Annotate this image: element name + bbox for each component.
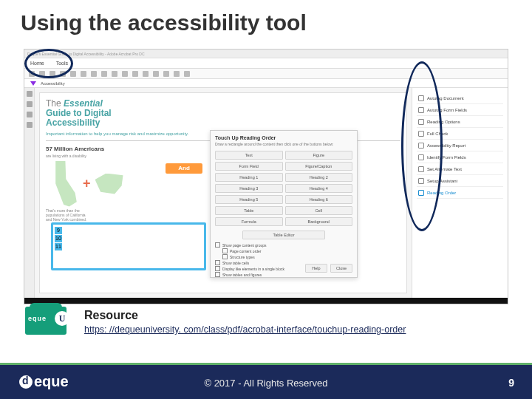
windows-taskbar [24,298,508,304]
page-number: 9 [508,377,514,389]
tool-full-check[interactable]: Full Check [417,128,503,140]
gear-icon [418,178,424,184]
california-shape [46,161,78,207]
toolbar [24,69,508,79]
tag-icon [418,95,424,101]
touchup-reading-order-dialog: Touch Up Reading Order Draw a rectangle … [210,130,358,278]
map-caption: That's more than the populations of Cali… [46,208,90,222]
tool-accessibility-report[interactable]: Accessibility Report [417,140,503,151]
btn-figcap[interactable]: Figure/Caption [285,162,353,171]
tool-identify-form[interactable]: Identify Form Fields [417,151,503,163]
dialog-subtitle: Draw a rectangle around the content then… [215,142,352,146]
acrobat-screenshot: Deque's Essential Guide to Digital Acces… [24,49,508,304]
btn-h1[interactable]: Heading 1 [215,173,283,182]
tool-autotag-form[interactable]: Autotag Form Fields [417,104,503,116]
menu-home[interactable]: Home [24,61,50,66]
reading-order-numbers: 9 10 11 [55,226,64,250]
btn-table-editor[interactable]: Table Editor [242,231,325,239]
btn-text[interactable]: Text [215,151,283,160]
deque-university-badge: eque [25,307,71,339]
check-icon [418,131,424,137]
chk-tables-figures[interactable]: Show tables and figures [215,272,352,277]
btn-formula[interactable]: Formula [215,217,283,226]
tool-alt-text[interactable]: Set Alternate Text [417,163,503,175]
btn-h6[interactable]: Heading 6 [285,195,353,204]
book-icon [418,119,424,125]
btn-cell[interactable]: Cell [285,206,353,215]
slide-title: Using the accessibility tool [21,10,532,35]
identify-icon [418,154,424,160]
highlight-box [51,222,206,270]
alt-icon [418,166,424,172]
btn-h3[interactable]: Heading 3 [215,184,283,193]
document-view: The Essential Guide to Digital Accessibi… [39,92,407,293]
tool-setup-assistant[interactable]: Setup Assistant [417,175,503,187]
tool-autotag-document[interactable]: Autotag Document [417,92,503,104]
copyright-text: © 2017 - All Rights Reserved [0,378,532,389]
collapse-icon[interactable] [30,81,36,86]
menubar: Home Tools [24,58,508,69]
doc-heading: The Essential Guide to Digital Accessibi… [46,99,400,129]
btn-background[interactable]: Background [285,217,353,226]
resource-heading: Resource [84,309,517,322]
btn-h4[interactable]: Heading 4 [285,184,353,193]
btn-form[interactable]: Form Field [215,162,283,171]
btn-close[interactable]: Close [330,264,352,273]
btn-figure[interactable]: Figure [285,151,353,160]
radio-content-order[interactable]: Page content order [222,248,352,253]
btn-help[interactable]: Help [305,264,327,273]
menu-tools[interactable]: Tools [50,61,74,66]
order-icon [418,190,424,196]
resource-block: eque Resource https: //dequeuniversity. … [25,309,517,335]
slide-footer: eque © 2017 - All Rights Reserved 9 [0,365,532,399]
newyork-shape [95,174,123,194]
panel-header-label: Accessibility [41,81,65,86]
accessibility-tools-panel: Autotag Document Autotag Form Fields Rea… [412,88,508,298]
panel-header: Accessibility [24,79,508,88]
and-badge: And [166,163,202,174]
btn-h2[interactable]: Heading 2 [285,173,353,182]
chk-show-groups[interactable]: Show page content groups [215,242,352,248]
dialog-title: Touch Up Reading Order [215,135,352,140]
btn-h5[interactable]: Heading 5 [215,195,283,204]
report-icon [418,143,424,149]
form-icon [418,107,424,113]
tool-reading-options[interactable]: Reading Options [417,116,503,128]
tool-reading-order[interactable]: Reading Order [417,187,503,199]
workarea: The Essential Guide to Digital Accessibi… [24,88,508,298]
btn-table[interactable]: Table [215,206,283,215]
window-titlebar: Deque's Essential Guide to Digital Acces… [24,50,508,58]
resource-link[interactable]: https: //dequeuniversity. com/class/pdf/… [84,324,406,335]
plus-icon: + [83,176,91,191]
left-nav-rail [24,88,35,298]
radio-structure-types[interactable]: Structure types [222,254,352,259]
